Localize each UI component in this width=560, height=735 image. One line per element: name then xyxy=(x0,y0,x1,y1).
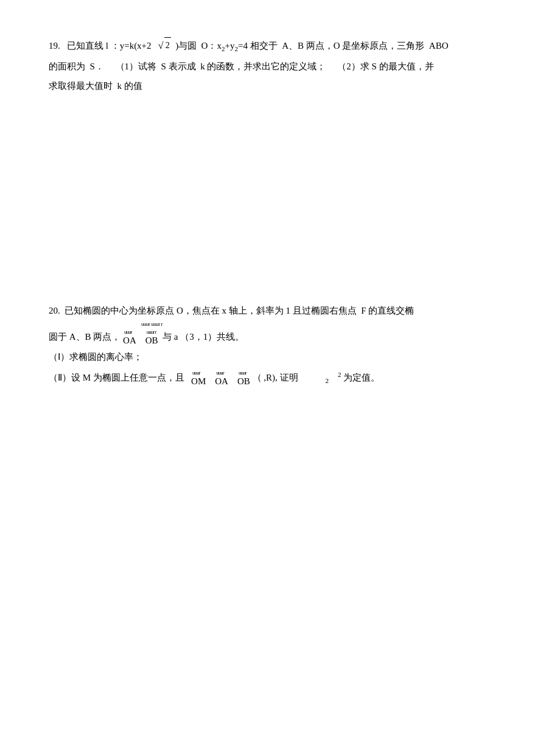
p20-text3 xyxy=(139,332,144,342)
problem-20-line2-container: uuur uuur r xyxy=(49,322,511,327)
p20-oa2-vec: uuur OA xyxy=(215,370,228,387)
p20-text10 xyxy=(331,373,336,382)
p20-text9: （ ,R), 证明 xyxy=(253,373,323,382)
p20-om-arrow: uuur xyxy=(192,370,200,376)
uuur-label1: uuur uuur r xyxy=(141,322,163,327)
spacer xyxy=(49,132,511,290)
p20-text1: 已知椭圆的中心为坐标原点 O，焦点在 x 轴上，斜率为 1 且过椭圆右焦点 F … xyxy=(65,306,414,315)
p19-text2: )与圆 O：x xyxy=(173,41,222,51)
p20-sub3: 2 xyxy=(326,377,329,384)
problem-19: 19. 已知直线 l ：y=k(x+2 √2 )与圆 O：x2+y2=4 相交于… xyxy=(49,37,511,95)
p20-oa2-name: OA xyxy=(215,376,228,387)
p20-ob2-name: OB xyxy=(237,376,250,387)
problem-19-line3: 求取得最大值时 k 的值 xyxy=(49,77,511,95)
problem-19-line1: 19. 已知直线 l ：y=k(x+2 √2 )与圆 O：x2+y2=4 相交于… xyxy=(49,37,511,55)
p20-sup1: 2 xyxy=(338,371,341,378)
p20-number: 20. xyxy=(49,306,63,315)
p19-text4: =4 相交于 A、B 两点，O 是坐标原点，三角形 ABO xyxy=(238,41,449,51)
p20-text5: （Ⅰ）求椭圆的离心率； xyxy=(49,352,142,362)
p20-ob-name: OB xyxy=(145,335,158,346)
p20-om-name: OM xyxy=(191,376,206,387)
problem-20: 20. 已知椭圆的中心为坐标原点 O，焦点在 x 轴上，斜率为 1 且过椭圆右焦… xyxy=(49,302,511,387)
p20-oa-name: OA xyxy=(123,335,136,346)
p20-text7 xyxy=(208,373,213,382)
p19-text3: +y xyxy=(225,41,234,51)
p19-sqrt2: √2 xyxy=(158,37,171,55)
p20-text6: （Ⅱ）设 M 为椭圆上任意一点，且 xyxy=(49,373,189,382)
p20-ob-vec: uuur r OB xyxy=(145,329,158,346)
p20-text4: 与 a （3，1）共线。 xyxy=(160,332,244,342)
p20-ob-arrow: uuur r xyxy=(147,329,156,335)
problem-20-line2: 圆于 A、B 两点， uuur OA uuur r OB 与 a （3，1）共线… xyxy=(49,328,511,346)
p20-text8 xyxy=(231,373,236,382)
p19-text6: 求取得最大值时 k 的值 xyxy=(49,81,142,91)
uuur-labels: uuur uuur r xyxy=(140,322,163,327)
page-content: 19. 已知直线 l ：y=k(x+2 √2 )与圆 O：x2+y2=4 相交于… xyxy=(49,37,511,387)
problem-19-line2: 的面积为 S． （1）试将 S 表示成 k 的函数，并求出它的定义域； （2）求… xyxy=(49,58,511,76)
p20-text11: 为定值。 xyxy=(343,373,380,382)
problem-20-line4: （Ⅱ）设 M 为椭圆上任意一点，且 uuur OM uuur OA uuur O… xyxy=(49,368,511,387)
p20-ob2-vec: uuur OB xyxy=(237,370,250,387)
p19-text1: 已知直线 l ：y=k(x+2 xyxy=(67,41,156,51)
problem-20-line1: 20. 已知椭圆的中心为坐标原点 O，焦点在 x 轴上，斜率为 1 且过椭圆右焦… xyxy=(49,302,511,320)
problem-20-line3: （Ⅰ）求椭圆的离心率； xyxy=(49,348,511,366)
p20-ob2-arrow: uuur xyxy=(239,370,247,376)
p20-oa-arrow: uuur xyxy=(124,329,132,335)
p19-number: 19. xyxy=(49,41,65,51)
p20-oa2-arrow: uuur xyxy=(216,370,224,376)
p20-text2: 圆于 A、B 两点， xyxy=(49,332,121,342)
p20-om-vec: uuur OM xyxy=(191,370,206,387)
p20-oa-vec: uuur OA xyxy=(123,329,136,346)
p19-text5: 的面积为 S． （1）试将 S 表示成 k 的函数，并求出它的定义域； （2）求… xyxy=(49,62,434,71)
